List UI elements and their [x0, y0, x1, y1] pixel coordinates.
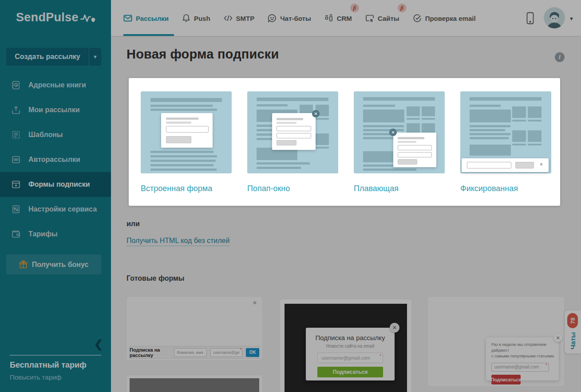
- form-type-label[interactable]: Встроенная форма: [141, 184, 232, 193]
- form-type-label[interactable]: Фиксированная: [460, 184, 551, 193]
- close-icon: ✕: [312, 110, 320, 118]
- form-type-label[interactable]: Плавающая: [354, 184, 445, 193]
- embedded-form-thumbnail: [141, 91, 232, 173]
- form-type-label[interactable]: Попап-окно: [247, 184, 338, 193]
- form-type-fixed[interactable]: × Фиксированная: [460, 91, 551, 193]
- form-type-popup[interactable]: ✕ Попап-окно: [247, 91, 338, 193]
- form-type-panel: Встроенная форма: [129, 78, 560, 206]
- floating-form-thumbnail: ✕: [354, 91, 445, 173]
- form-type-embedded[interactable]: Встроенная форма: [141, 91, 232, 193]
- fixed-form-thumbnail: ×: [460, 91, 551, 173]
- close-icon: ✕: [389, 129, 397, 136]
- form-type-floating[interactable]: ✕ Плавающая: [354, 91, 445, 193]
- close-icon: ×: [540, 161, 543, 168]
- app-root: SendPulse Создать рассылку ▼ Адресные кн…: [0, 0, 581, 392]
- popup-form-thumbnail: ✕: [247, 91, 338, 173]
